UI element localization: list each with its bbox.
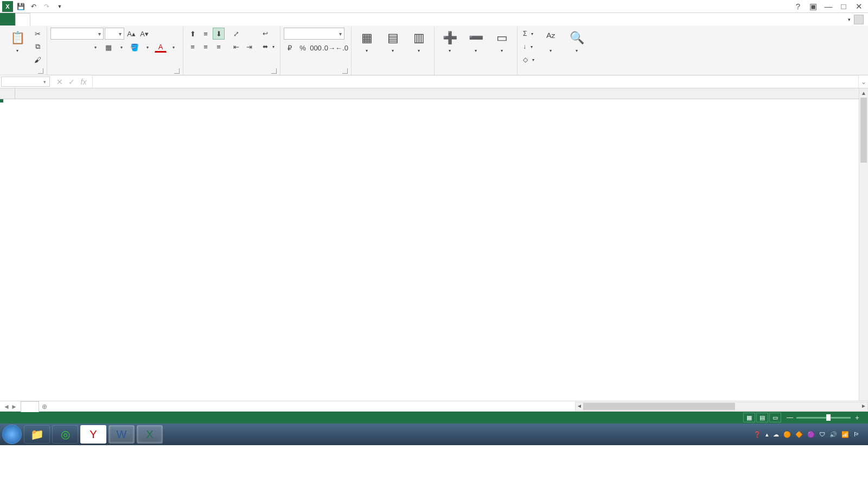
- percent-button[interactable]: %: [297, 42, 309, 54]
- clipboard-launcher[interactable]: [38, 68, 43, 74]
- horizontal-scrollbar[interactable]: ◄►: [575, 402, 868, 411]
- page-layout-view-button[interactable]: ▤: [756, 413, 768, 422]
- tray-icon[interactable]: 🔶: [795, 431, 803, 438]
- fill-button[interactable]: ↓▾: [521, 41, 537, 53]
- tray-icon[interactable]: 🟣: [807, 431, 815, 438]
- find-select-button[interactable]: 🔍▾: [565, 28, 589, 55]
- sheet-nav-prev[interactable]: ◄: [3, 403, 10, 410]
- start-button[interactable]: [2, 425, 22, 444]
- insert-cells-button[interactable]: ➕▾: [438, 28, 462, 55]
- zoom-in-button[interactable]: ＋: [854, 413, 860, 422]
- ribbon-options-button[interactable]: ▣: [807, 1, 819, 12]
- align-left-button[interactable]: ≡: [187, 41, 199, 53]
- cancel-formula-button[interactable]: ✕: [54, 78, 65, 86]
- paste-button[interactable]: 📋 ▾: [5, 28, 29, 55]
- copy-button[interactable]: ⧉: [31, 41, 43, 53]
- currency-button[interactable]: ₽: [284, 42, 296, 54]
- sheet-tab[interactable]: [21, 401, 39, 412]
- help-button[interactable]: ?: [792, 1, 804, 12]
- indent-decrease-button[interactable]: ⇤: [230, 41, 242, 53]
- wrap-text-button[interactable]: ↩: [260, 28, 277, 40]
- borders-button[interactable]: ▦: [103, 41, 114, 53]
- format-painter-button[interactable]: 🖌: [31, 54, 43, 66]
- app-taskbar-button[interactable]: ◎: [52, 425, 78, 444]
- tab-data[interactable]: [73, 13, 87, 25]
- close-button[interactable]: ✕: [853, 1, 865, 12]
- volume-icon[interactable]: 🔊: [829, 431, 837, 438]
- cell-styles-button[interactable]: ▥▾: [407, 28, 431, 55]
- explorer-taskbar-button[interactable]: 📁: [24, 425, 50, 444]
- qat-customize[interactable]: ▼: [54, 1, 65, 12]
- align-center-button[interactable]: ≡: [200, 41, 212, 53]
- zoom-out-button[interactable]: —: [787, 414, 793, 421]
- zoom-control[interactable]: — ＋: [787, 413, 864, 422]
- cut-button[interactable]: ✂: [31, 28, 43, 40]
- clear-button[interactable]: ◇▾: [521, 54, 537, 66]
- redo-button[interactable]: ↷: [41, 1, 52, 12]
- sort-filter-button[interactable]: ᴬᶻ▾: [539, 28, 563, 55]
- alignment-launcher[interactable]: [271, 68, 277, 74]
- format-as-table-button[interactable]: ▤▾: [381, 28, 405, 55]
- tray-show-hidden[interactable]: ▴: [765, 431, 769, 438]
- align-bottom-button[interactable]: ⬇: [213, 28, 225, 40]
- tab-insert[interactable]: [30, 13, 44, 25]
- spreadsheet-grid[interactable]: ▲: [0, 88, 868, 401]
- network-icon[interactable]: 📶: [841, 431, 849, 438]
- format-cells-button[interactable]: ▭▾: [490, 28, 514, 55]
- excel-taskbar-button[interactable]: X: [137, 425, 163, 444]
- tab-formulas[interactable]: [59, 13, 73, 25]
- insert-function-button[interactable]: fx: [78, 78, 89, 86]
- new-sheet-button[interactable]: ⊕: [39, 403, 50, 410]
- font-size-combo[interactable]: ▾: [105, 28, 124, 40]
- indent-increase-button[interactable]: ⇥: [243, 41, 255, 53]
- merge-center-button[interactable]: ⬌▾: [260, 41, 277, 53]
- tab-view[interactable]: [101, 13, 115, 25]
- align-middle-button[interactable]: ≡: [200, 28, 212, 40]
- user-account[interactable]: ▾: [840, 13, 868, 25]
- conditional-formatting-button[interactable]: ▦▾: [355, 28, 379, 55]
- expand-formula-button[interactable]: ⌄: [858, 75, 868, 88]
- tab-review[interactable]: [87, 13, 101, 25]
- font-color-button[interactable]: A: [155, 42, 167, 53]
- delete-cells-button[interactable]: ➖▾: [464, 28, 488, 55]
- tab-file[interactable]: [0, 13, 15, 25]
- tray-icon[interactable]: ❓: [754, 431, 761, 438]
- increase-decimal-button[interactable]: .0→: [323, 42, 335, 54]
- number-launcher[interactable]: [342, 68, 348, 74]
- bold-button[interactable]: [50, 41, 62, 53]
- minimize-button[interactable]: —: [822, 1, 834, 12]
- font-name-combo[interactable]: ▾: [50, 28, 104, 40]
- name-box[interactable]: ▾: [1, 76, 50, 87]
- autosum-button[interactable]: Σ▾: [521, 28, 537, 40]
- page-break-view-button[interactable]: ▭: [769, 413, 781, 422]
- number-format-combo[interactable]: ▾: [284, 28, 344, 40]
- align-top-button[interactable]: ⬆: [187, 28, 199, 40]
- tab-home[interactable]: [15, 13, 30, 26]
- sheet-nav-next[interactable]: ►: [11, 403, 17, 410]
- select-all-corner[interactable]: [0, 88, 15, 99]
- action-center-icon[interactable]: 🏳: [853, 431, 859, 438]
- font-launcher[interactable]: [174, 68, 180, 74]
- formula-input[interactable]: [93, 75, 858, 88]
- fill-color-button[interactable]: 🪣: [129, 41, 141, 53]
- tray-icon[interactable]: ☁: [773, 431, 779, 438]
- tray-icon[interactable]: 🛡: [819, 431, 825, 438]
- enter-formula-button[interactable]: ✓: [66, 78, 77, 86]
- tab-page-layout[interactable]: [44, 13, 59, 25]
- comma-button[interactable]: 000: [310, 42, 322, 54]
- orientation-button[interactable]: ⤢: [230, 28, 242, 40]
- yandex-taskbar-button[interactable]: Y: [80, 425, 106, 444]
- shrink-font-button[interactable]: A▾: [138, 28, 150, 40]
- decrease-decimal-button[interactable]: ←.0: [336, 42, 348, 54]
- vertical-scrollbar[interactable]: ▲: [859, 88, 868, 401]
- grow-font-button[interactable]: A▴: [125, 28, 137, 40]
- italic-button[interactable]: [63, 41, 75, 53]
- maximize-button[interactable]: □: [838, 1, 850, 12]
- normal-view-button[interactable]: ▦: [743, 413, 755, 422]
- word-taskbar-button[interactable]: W: [108, 425, 135, 444]
- undo-button[interactable]: ↶: [28, 1, 39, 12]
- align-right-button[interactable]: ≡: [213, 41, 225, 53]
- tray-icon[interactable]: 🟠: [783, 431, 791, 438]
- save-button[interactable]: 💾: [15, 1, 26, 12]
- underline-button[interactable]: [76, 41, 88, 53]
